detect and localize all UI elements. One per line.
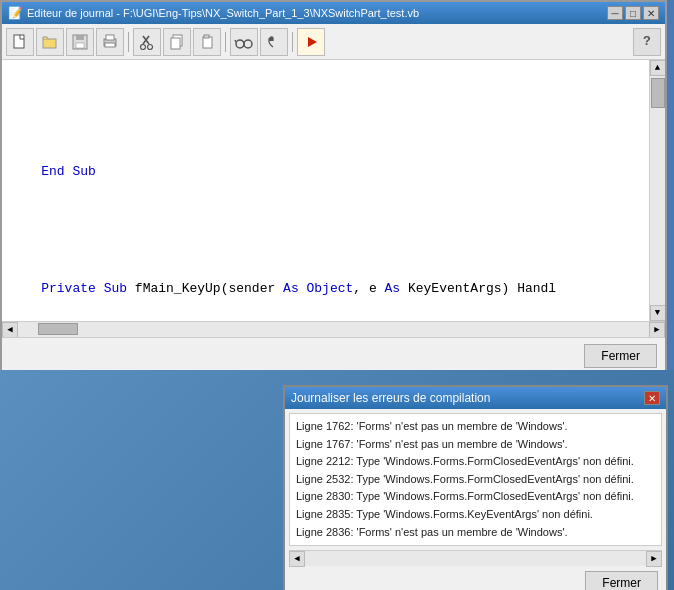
title-icon: 📝 — [8, 6, 23, 20]
svg-rect-1 — [43, 39, 56, 48]
scroll-track[interactable] — [650, 76, 665, 305]
error-title-bar: Journaliser les erreurs de compilation ✕ — [285, 387, 666, 409]
title-bar: 📝 Editeur de journal - F:\UGI\Eng-Tips\N… — [2, 2, 665, 24]
code-line-3 — [10, 220, 641, 240]
svg-rect-6 — [106, 35, 114, 40]
cut-button[interactable] — [133, 28, 161, 56]
fermer-button[interactable]: Fermer — [584, 344, 657, 368]
svg-point-11 — [148, 44, 153, 49]
maximize-button[interactable]: □ — [625, 6, 641, 20]
code-line-2: End Sub — [10, 162, 641, 182]
svg-rect-4 — [76, 43, 84, 48]
new-button[interactable] — [6, 28, 34, 56]
scroll-up-button[interactable]: ▲ — [650, 60, 666, 76]
copy-button[interactable] — [163, 28, 191, 56]
glasses-button[interactable] — [230, 28, 258, 56]
svg-point-16 — [236, 40, 244, 48]
window-title: Editeur de journal - F:\UGI\Eng-Tips\NX_… — [27, 7, 419, 19]
error-fermer-button[interactable]: Fermer — [585, 571, 658, 590]
horizontal-scrollbar[interactable]: ◀ ▶ — [2, 321, 665, 337]
toolbar-separator-3 — [292, 32, 293, 52]
error-list: Ligne 1762: 'Forms' n'est pas un membre … — [289, 413, 662, 546]
scroll-thumb[interactable] — [651, 78, 665, 108]
svg-rect-14 — [203, 37, 212, 48]
editor-footer: Fermer — [2, 337, 665, 373]
error-item-4: Ligne 2532: Type 'Windows.Forms.FormClos… — [296, 471, 655, 489]
error-dialog-title: Journaliser les erreurs de compilation — [291, 391, 490, 405]
svg-rect-3 — [76, 35, 84, 40]
hscroll-track[interactable] — [18, 322, 649, 337]
hand-button[interactable] — [260, 28, 288, 56]
hscroll-thumb[interactable] — [38, 323, 78, 335]
help-button[interactable]: ? — [633, 28, 661, 56]
error-horizontal-scrollbar[interactable]: ◀ ▶ — [289, 550, 662, 566]
error-item-2: Ligne 1767: 'Forms' n'est pas un membre … — [296, 436, 655, 454]
title-bar-controls: ─ □ ✕ — [607, 6, 659, 20]
paste-button[interactable] — [193, 28, 221, 56]
title-bar-title: 📝 Editeur de journal - F:\UGI\Eng-Tips\N… — [8, 6, 419, 20]
svg-marker-20 — [308, 37, 317, 47]
error-close-button[interactable]: ✕ — [644, 391, 660, 405]
minimize-button[interactable]: ─ — [607, 6, 623, 20]
svg-rect-13 — [171, 38, 180, 49]
error-scroll-left[interactable]: ◀ — [289, 551, 305, 567]
toolbar-separator-1 — [128, 32, 129, 52]
error-item-1: Ligne 1762: 'Forms' n'est pas un membre … — [296, 418, 655, 436]
error-item-6: Ligne 2835: Type 'Windows.Forms.KeyEvent… — [296, 506, 655, 524]
open-button[interactable] — [36, 28, 64, 56]
save-button[interactable] — [66, 28, 94, 56]
code-editor[interactable]: End Sub Private Sub fMain_KeyUp(sender A… — [2, 60, 649, 321]
error-item-5: Ligne 2830: Type 'Windows.Forms.FormClos… — [296, 488, 655, 506]
print-button[interactable] — [96, 28, 124, 56]
error-item-7: Ligne 2836: 'Forms' n'est pas un membre … — [296, 524, 655, 542]
svg-rect-15 — [204, 35, 209, 38]
error-footer: Fermer — [285, 566, 666, 590]
svg-point-10 — [141, 44, 146, 49]
code-line-4: Private Sub fMain_KeyUp(sender As Object… — [10, 279, 641, 299]
svg-rect-7 — [105, 43, 115, 47]
scroll-right-button[interactable]: ▶ — [649, 322, 665, 338]
editor-area: End Sub Private Sub fMain_KeyUp(sender A… — [2, 60, 665, 321]
scroll-left-button[interactable]: ◀ — [2, 322, 18, 338]
help-icon: ? — [643, 34, 651, 49]
scroll-down-button[interactable]: ▼ — [650, 305, 666, 321]
svg-line-18 — [235, 40, 236, 42]
svg-point-17 — [244, 40, 252, 48]
error-dialog: Journaliser les erreurs de compilation ✕… — [283, 385, 668, 590]
close-button[interactable]: ✕ — [643, 6, 659, 20]
record-button[interactable] — [297, 28, 325, 56]
vertical-scrollbar[interactable]: ▲ ▼ — [649, 60, 665, 321]
toolbar-separator-2 — [225, 32, 226, 52]
error-hscroll-track[interactable] — [305, 551, 646, 566]
code-line-1 — [10, 103, 641, 123]
error-item-3: Ligne 2212: Type 'Windows.Forms.FormClos… — [296, 453, 655, 471]
toolbar: ? — [2, 24, 665, 60]
svg-rect-0 — [14, 35, 24, 48]
error-scroll-right[interactable]: ▶ — [646, 551, 662, 567]
main-editor-window: 📝 Editeur de journal - F:\UGI\Eng-Tips\N… — [0, 0, 667, 375]
